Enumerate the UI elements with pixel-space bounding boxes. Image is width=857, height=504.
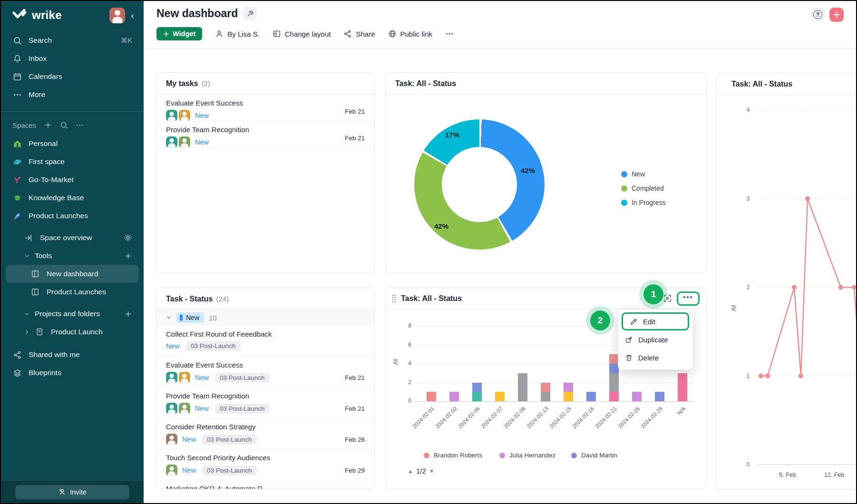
due-date: Feb 26 [345, 436, 365, 443]
toolbar-more-button[interactable] [445, 29, 454, 38]
task-title: Evaluate Event Success [166, 99, 365, 107]
sidebar-item-blueprints[interactable]: Blueprints [1, 364, 144, 382]
public-link-button[interactable]: Public link [388, 29, 433, 38]
tag-pill[interactable]: 03 Post-Launch [202, 465, 257, 475]
x-tick-label: N/A [676, 406, 686, 416]
help-button[interactable]: ? [811, 8, 825, 21]
add-space-icon[interactable] [44, 121, 52, 129]
task-row[interactable]: Provide Team Recognition New 03 Post-Lau… [156, 388, 374, 418]
sidebar-item-new-dashboard[interactable]: New dashboard [6, 265, 139, 283]
widget-task-status-list: Task - Status (24) New 10 Collect First … [156, 288, 375, 489]
expand-icon[interactable] [663, 294, 672, 303]
global-add-button[interactable] [829, 8, 844, 22]
bar-segment [449, 392, 459, 401]
sidebar-collapse-icon[interactable]: ‹ [131, 10, 134, 20]
page-header: New dashboard [156, 7, 257, 20]
chevron-down-icon[interactable] [24, 311, 30, 317]
status-link[interactable]: New [195, 374, 209, 381]
task-row[interactable]: Evaluate Event Success New Feb 21 [156, 95, 374, 121]
pin-button[interactable] [243, 7, 257, 20]
sidebar-item-shared-with-me[interactable]: Shared with me [1, 346, 144, 364]
task-row[interactable]: Collect First Round of Feeedback New 03 … [156, 326, 374, 357]
status-link[interactable]: New [195, 112, 209, 119]
add-person-icon [58, 488, 66, 496]
sidebar-section-tools[interactable]: Tools [1, 247, 144, 265]
sidebar-item-label: Calendars [29, 72, 62, 81]
chevron-down-icon[interactable] [166, 315, 172, 320]
task-row[interactable]: Consider Retention Strategy New 03 Post-… [156, 418, 374, 449]
tag-pill[interactable]: 03 Post-Launch [215, 404, 270, 414]
sidebar-item-inbox[interactable]: Inbox [1, 49, 144, 68]
sidebar-item-label: Blueprints [29, 368, 61, 377]
legend-item: Completed [621, 184, 666, 192]
page-down-icon[interactable]: ▼ [429, 468, 435, 475]
status-link[interactable]: New [166, 342, 180, 350]
user-avatar[interactable] [109, 8, 125, 23]
gear-icon[interactable] [124, 233, 132, 242]
question-icon: ? [813, 10, 822, 19]
page-up-icon[interactable]: ▲ [408, 468, 413, 475]
page-title: New dashboard [156, 7, 238, 20]
add-widget-button[interactable]: Widget [156, 27, 202, 40]
status-link[interactable]: New [195, 405, 209, 412]
legend-item: New [621, 170, 666, 178]
trash-icon [625, 354, 633, 362]
menu-item-delete[interactable]: Delete [618, 349, 692, 367]
status-link[interactable]: New [182, 466, 196, 474]
invite-button[interactable]: Invite [15, 485, 129, 499]
bar-segment [564, 383, 573, 392]
sidebar-item-first-space[interactable]: First space [1, 153, 144, 171]
legend-label: In Progress [632, 199, 666, 206]
sidebar-item-more[interactable]: More [1, 86, 144, 104]
due-date: Feb 21 [345, 108, 365, 115]
status-link[interactable]: New [182, 436, 196, 443]
bar-column: 2024-02-06 [466, 326, 488, 401]
change-layout-label: Change layout [285, 30, 331, 38]
change-layout-button[interactable]: Change layout [273, 29, 331, 38]
x-tick-label: 2024-02-01 [411, 406, 435, 429]
tag-pill[interactable]: 03 Post-Launch [186, 341, 241, 351]
x-tick-label: 2024-02-13 [526, 406, 549, 429]
sidebar-item-search[interactable]: Search ⌘K [1, 31, 144, 49]
add-tool-icon[interactable] [124, 252, 132, 260]
drag-handle-icon[interactable] [391, 294, 397, 303]
add-project-icon[interactable] [124, 310, 132, 318]
x-tick-label: 2024-02-21 [594, 406, 618, 429]
task-row[interactable]: Evaluate Event Success New 03 Post-Launc… [156, 357, 374, 388]
globe-icon [388, 29, 397, 38]
app-window: wrike ‹ Search ⌘K Inbox Calendars More [0, 0, 857, 504]
task-row[interactable]: Touch Second Priority Audiences New 03 P… [156, 449, 374, 480]
sidebar-item-personal[interactable]: Personal [1, 135, 144, 153]
by-user-button[interactable]: By Lisa S. [215, 29, 260, 38]
chevron-right-icon[interactable] [24, 329, 30, 335]
menu-item-edit[interactable]: Edit [623, 314, 688, 329]
sidebar-section-projects[interactable]: Projects and folders [1, 305, 144, 323]
group-row-new[interactable]: New 10 [156, 310, 374, 326]
legend-item: In Progress [621, 199, 666, 206]
bar-column: 2024-02-16 [580, 326, 603, 401]
sidebar-item-knowledge-base[interactable]: Knowledge Base [1, 189, 144, 207]
widget-my-tasks: My tasks (2) Evaluate Event Success New … [156, 72, 375, 273]
sidebar-item-go-to-market[interactable]: Go-To-Market [1, 171, 144, 189]
task-row[interactable]: Marketing OKR-4: Automate R [156, 480, 374, 489]
widget-header: Task: All - Status [717, 73, 857, 95]
svg-text:2: 2 [747, 284, 750, 291]
search-spaces-icon[interactable] [60, 121, 68, 129]
sidebar-item-product-launch[interactable]: Product Launch [1, 323, 144, 341]
widget-more-button[interactable]: ••• [677, 291, 700, 306]
sidebar-item-product-launches-dashboard[interactable]: Product Launches [1, 283, 144, 301]
task-row[interactable]: Provide Team Recognition New Feb 21 [156, 121, 374, 148]
bar-column: 2024-02-01 [420, 326, 443, 401]
avatar [166, 372, 177, 383]
tag-pill[interactable]: 03 Post-Launch [215, 373, 270, 383]
menu-item-duplicate[interactable]: Duplicate [618, 330, 692, 349]
spaces-more-icon[interactable] [76, 121, 84, 129]
sidebar-item-space-overview[interactable]: Space overview [1, 229, 144, 247]
share-button[interactable]: Share [343, 29, 375, 38]
chevron-down-icon[interactable] [24, 253, 30, 259]
tag-pill[interactable]: 03 Post-Launch [202, 435, 257, 445]
sidebar-item-product-launches[interactable]: Product Launches [1, 207, 144, 225]
sidebar-item-calendars[interactable]: Calendars [1, 68, 144, 86]
status-link[interactable]: New [195, 138, 209, 146]
widget-line-chart: Task: All - Status 012345. Feb12. FebAll [716, 73, 857, 490]
